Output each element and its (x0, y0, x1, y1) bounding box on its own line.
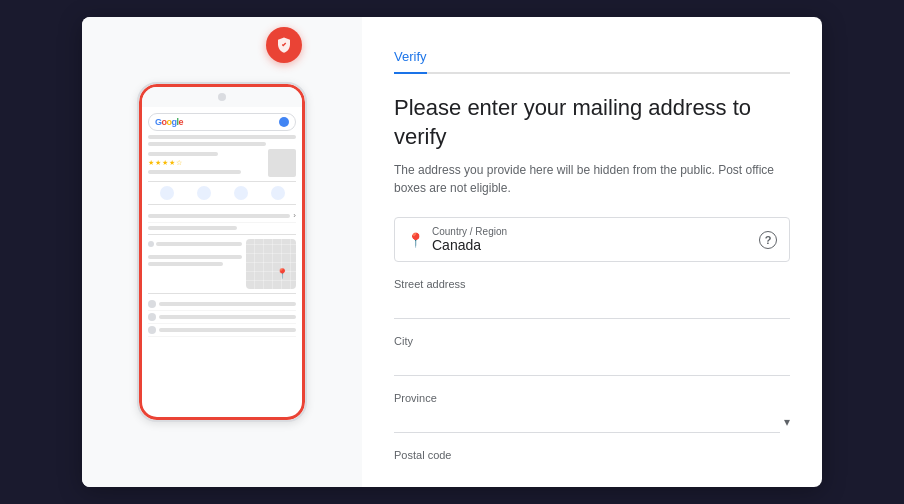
list-row (148, 311, 296, 324)
content-line (148, 262, 223, 266)
content-line (156, 242, 242, 246)
map-section: 📍 (148, 239, 296, 289)
map-info (148, 239, 242, 289)
location-dot (148, 241, 154, 247)
modal-container: Google ★ ★ ★ (82, 17, 822, 487)
divider (148, 234, 296, 235)
map-grid (246, 239, 296, 289)
google-search-bar: Google (148, 113, 296, 131)
phone-camera (218, 93, 226, 101)
shield-icon (275, 36, 293, 54)
chevron-right-icon: › (293, 211, 296, 220)
street-address-field: Street address (394, 278, 790, 319)
list-icon (148, 300, 156, 308)
google-logo: Google (155, 117, 183, 127)
left-panel: Google ★ ★ ★ (82, 17, 362, 487)
content-line (148, 214, 290, 218)
content-line (159, 315, 296, 319)
map-pin-icon: 📍 (276, 268, 288, 279)
star: ★ (169, 159, 175, 167)
action-icon (234, 186, 248, 200)
country-field: 📍 Country / Region Canada ? (394, 217, 790, 262)
search-icon (279, 117, 289, 127)
star: ★ (155, 159, 161, 167)
province-label: Province (394, 392, 790, 404)
list-icon (148, 326, 156, 334)
action-icon (160, 186, 174, 200)
phone-top-bar (142, 87, 302, 107)
country-label: Country / Region (432, 226, 751, 237)
country-field-container: 📍 Country / Region Canada ? (394, 217, 790, 262)
list-row (148, 298, 296, 311)
right-panel: Verify Please enter your mailing address… (362, 17, 822, 487)
postal-code-input[interactable] (394, 465, 790, 487)
tab-bar: Verify (394, 41, 790, 74)
province-input[interactable] (394, 408, 780, 433)
country-content: Country / Region Canada (432, 226, 751, 253)
divider (148, 293, 296, 294)
content-line (148, 255, 242, 259)
list-icon (148, 313, 156, 321)
dropdown-arrow-icon: ▾ (784, 415, 790, 429)
postal-code-label: Postal code (394, 449, 790, 461)
help-icon[interactable]: ? (759, 231, 777, 249)
form-title: Please enter your mailing address to ver… (394, 94, 790, 151)
tab-verify[interactable]: Verify (394, 41, 427, 74)
business-thumbnail (268, 149, 296, 177)
province-field-container: ▾ (394, 408, 790, 433)
star: ★ (148, 159, 154, 167)
location-pin-icon: 📍 (407, 232, 424, 248)
phone-screen: Google ★ ★ ★ (139, 84, 305, 420)
content-line (148, 152, 218, 156)
list-row (148, 324, 296, 337)
form-description: The address you provide here will be hid… (394, 161, 790, 197)
location-row (148, 241, 242, 247)
city-label: City (394, 335, 790, 347)
content-line (148, 226, 237, 230)
content-line (148, 170, 241, 174)
icons-row (148, 186, 296, 200)
list-row: › (148, 209, 296, 223)
map-thumbnail: 📍 (246, 239, 296, 289)
province-field: Province ▾ (394, 392, 790, 433)
action-icon (197, 186, 211, 200)
content-line (148, 135, 296, 139)
phone-content: Google ★ ★ ★ (142, 107, 302, 343)
street-address-label: Street address (394, 278, 790, 290)
content-line (159, 302, 296, 306)
shield-badge (266, 27, 302, 63)
city-field: City (394, 335, 790, 376)
country-value: Canada (432, 237, 751, 253)
star: ☆ (176, 159, 182, 167)
postal-code-field: Postal code (394, 449, 790, 487)
street-address-input[interactable] (394, 294, 790, 319)
content-line (159, 328, 296, 332)
divider (148, 204, 296, 205)
stars-row: ★ ★ ★ ★ ☆ (148, 159, 264, 167)
action-icon (271, 186, 285, 200)
phone-mockup: Google ★ ★ ★ (137, 82, 307, 422)
divider (148, 181, 296, 182)
star: ★ (162, 159, 168, 167)
city-input[interactable] (394, 351, 790, 376)
content-line (148, 142, 266, 146)
